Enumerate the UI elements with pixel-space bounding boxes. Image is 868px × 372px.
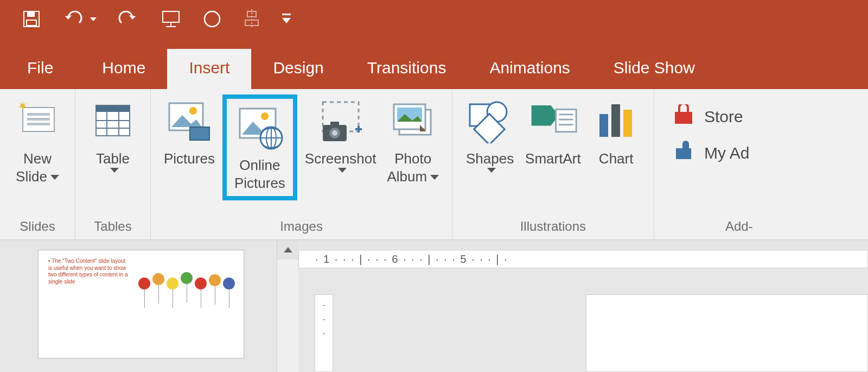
vertical-ruler: --- — [315, 294, 333, 372]
smartart-icon — [528, 97, 577, 146]
online-pictures-icon — [235, 103, 284, 152]
smartart-label: SmartArt — [525, 150, 581, 168]
smartart-button[interactable]: SmartArt — [520, 94, 586, 168]
ribbon: New Slide Slides Table Tables — [0, 89, 868, 240]
slide-canvas[interactable] — [586, 294, 868, 372]
svg-rect-3 — [163, 11, 179, 22]
new-slide-button[interactable]: New Slide — [8, 94, 67, 185]
save-icon[interactable] — [22, 8, 41, 30]
tab-home[interactable]: Home — [80, 49, 167, 89]
my-addins-button[interactable]: My Ad — [673, 141, 749, 165]
photo-album-label-2: Album — [387, 168, 427, 185]
table-label: Table — [96, 150, 130, 168]
quick-access-toolbar — [0, 0, 868, 38]
pictures-label: Pictures — [164, 150, 215, 168]
store-icon — [673, 104, 694, 129]
slide-thumbnail[interactable]: • The "Two Content" slide layout is usef… — [38, 250, 244, 358]
slide-thumbnail-pane[interactable]: • The "Two Content" slide layout is usef… — [0, 240, 277, 372]
thumbnail-text: • The "Two Content" slide layout is usef… — [48, 258, 130, 285]
svg-rect-9 — [27, 113, 50, 116]
redo-button[interactable] — [118, 8, 139, 30]
chart-button[interactable]: Chart — [586, 94, 646, 168]
table-icon — [88, 97, 137, 146]
new-slide-label-2: Slide — [16, 168, 47, 185]
align-icon[interactable] — [243, 8, 260, 30]
pictures-button[interactable]: Pictures — [158, 94, 220, 168]
svg-rect-10 — [27, 118, 50, 121]
chevron-down-icon — [338, 168, 347, 173]
slide-edit-area[interactable]: · 1 · · · | · · · 6 · · · | · · · 5 · · … — [298, 240, 868, 372]
group-illustrations: Shapes SmartArt — [452, 89, 654, 239]
screenshot-button[interactable]: Screenshot — [299, 94, 382, 173]
horizontal-ruler: · 1 · · · | · · · 6 · · · | · · · 5 · · … — [298, 250, 868, 268]
store-button[interactable]: Store — [673, 104, 749, 129]
shapes-button[interactable]: Shapes — [460, 94, 520, 173]
svg-rect-13 — [96, 105, 130, 112]
group-addins: Store My Ad Add- — [654, 89, 763, 239]
tab-transitions[interactable]: Transitions — [346, 49, 468, 89]
svg-point-4 — [205, 11, 220, 27]
svg-rect-25 — [330, 122, 339, 126]
group-slides: New Slide Slides — [0, 89, 75, 239]
svg-rect-7 — [282, 14, 291, 15]
tab-slideshow[interactable]: Slide Show — [592, 49, 717, 89]
online-pictures-button[interactable]: Online Pictures — [222, 94, 297, 200]
svg-rect-16 — [190, 127, 209, 140]
svg-rect-1 — [27, 11, 35, 17]
svg-rect-33 — [599, 114, 608, 137]
svg-point-15 — [189, 107, 197, 115]
svg-rect-2 — [27, 20, 36, 26]
tab-animations[interactable]: Animations — [468, 49, 591, 89]
addins-icon — [673, 141, 694, 165]
scroll-up-button[interactable] — [277, 240, 298, 260]
shapes-label: Shapes — [466, 150, 514, 168]
thumbnail-scrollbar[interactable] — [277, 240, 298, 372]
svg-rect-11 — [27, 123, 50, 125]
table-button[interactable]: Table — [83, 94, 143, 173]
svg-rect-32 — [556, 109, 577, 131]
group-tables-label: Tables — [94, 219, 131, 237]
chevron-down-icon — [50, 175, 59, 180]
tab-design[interactable]: Design — [251, 49, 345, 89]
new-slide-icon — [13, 97, 62, 146]
photo-album-button[interactable]: Photo Album — [381, 94, 444, 185]
group-slides-label: Slides — [20, 219, 55, 237]
chevron-down-icon — [110, 168, 119, 173]
group-images-label: Images — [280, 219, 323, 237]
group-images: Pictures Online Pictures — [151, 89, 452, 239]
new-slide-label-1: New — [23, 150, 52, 168]
photo-album-label-1: Photo — [394, 150, 431, 168]
online-pictures-label-1: Online — [239, 156, 280, 174]
customize-qat-icon[interactable] — [282, 8, 291, 30]
shapes-icon — [465, 97, 514, 146]
undo-button[interactable] — [63, 8, 97, 30]
chart-icon — [592, 97, 641, 146]
workspace: • The "Two Content" slide layout is usef… — [0, 240, 868, 372]
chevron-down-icon — [430, 175, 439, 180]
svg-point-18 — [261, 112, 269, 120]
svg-point-24 — [332, 130, 337, 136]
online-pictures-label-2: Pictures — [234, 174, 285, 192]
store-label: Store — [704, 108, 743, 126]
circle-icon[interactable] — [203, 8, 221, 30]
my-addins-label: My Ad — [704, 144, 749, 162]
group-tables: Table Tables — [75, 89, 151, 239]
undo-dropdown-icon[interactable] — [90, 17, 97, 21]
screenshot-icon — [316, 97, 365, 146]
thumbnail-graphic — [138, 272, 235, 289]
chart-label: Chart — [599, 150, 634, 168]
tab-insert[interactable]: Insert — [167, 49, 251, 89]
chevron-down-icon — [487, 168, 496, 173]
pictures-icon — [165, 97, 214, 146]
start-from-beginning-icon[interactable] — [161, 8, 181, 30]
photo-album-icon — [388, 97, 437, 146]
group-addins-label: Add- — [725, 219, 755, 237]
tab-file[interactable]: File — [22, 49, 80, 89]
screenshot-label: Screenshot — [305, 150, 376, 168]
svg-rect-34 — [611, 104, 620, 137]
svg-rect-35 — [623, 110, 632, 137]
group-illustrations-label: Illustrations — [520, 219, 586, 237]
ribbon-tabs: File Home Insert Design Transitions Anim… — [0, 38, 868, 89]
